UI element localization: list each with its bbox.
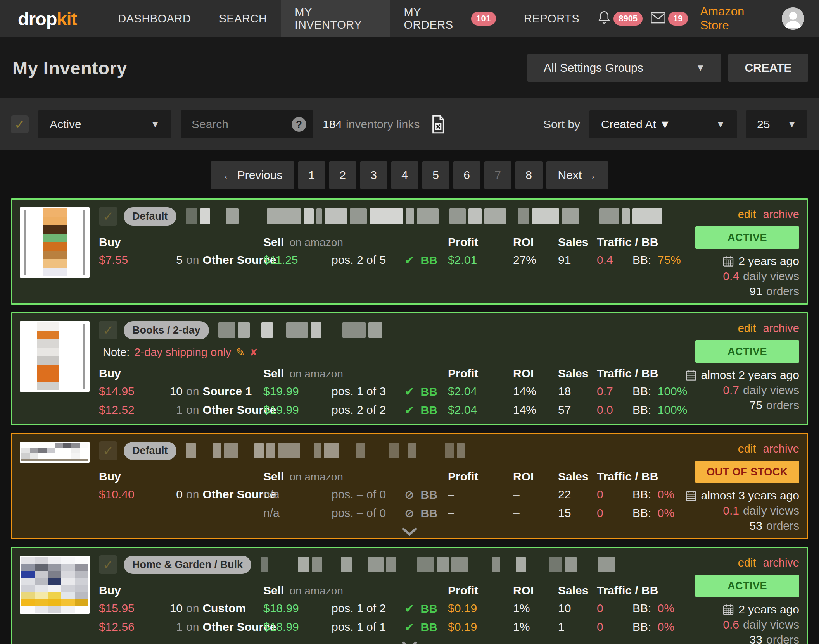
buybox-status: ✔ BB <box>404 620 448 634</box>
product-image[interactable] <box>20 207 90 278</box>
messages-count-badge: 19 <box>668 12 688 26</box>
status-filter-dropdown[interactable]: Active ▼ <box>38 110 171 138</box>
edit-link[interactable]: edit <box>738 556 756 569</box>
card-column-headers: Buy Sellon amazon Profit ROI Sales Traff… <box>99 468 662 485</box>
buybox-percentage: BB: 0% <box>632 506 674 520</box>
page-button[interactable]: 6 <box>453 161 480 189</box>
traffic-bb-column-header: Traffic / BB <box>597 236 662 249</box>
sales-value: 57 <box>558 403 597 417</box>
buybox-percentage: BB: 0% <box>632 620 674 634</box>
page-button[interactable]: 4 <box>391 161 418 189</box>
on-label: on <box>186 488 199 501</box>
inventory-count-value: 184 <box>323 118 342 131</box>
sort-by-label: Sort by <box>543 118 580 131</box>
app-logo[interactable]: dropkit <box>18 8 77 29</box>
buy-price: $12.52 <box>99 403 166 417</box>
page-size-dropdown[interactable]: 25 ▼ <box>746 110 807 138</box>
card-checkbox[interactable]: ✓ <box>99 441 117 460</box>
orders-value: 91 <box>750 284 762 299</box>
cards-list: ✓ Default Buy Sellon amazon Profit ROI S… <box>11 198 808 644</box>
user-avatar[interactable] <box>782 7 804 30</box>
edit-link[interactable]: edit <box>738 322 756 335</box>
nav-item-my-orders[interactable]: MY ORDERS101 <box>390 0 510 37</box>
buybox-percentage: BB: 0% <box>632 602 674 615</box>
page-button[interactable]: 5 <box>422 161 449 189</box>
card-checkbox[interactable]: ✓ <box>99 207 117 226</box>
buybox-status-icon: ⊘ <box>404 507 414 520</box>
nav-item-reports[interactable]: REPORTS <box>510 0 593 37</box>
orders-count-badge: 101 <box>471 12 496 26</box>
buy-column-header: Buy <box>99 584 263 597</box>
messages-button[interactable]: 19 <box>650 11 688 26</box>
traffic-value: 0.4 <box>597 253 632 267</box>
source-name: Custom <box>202 602 246 615</box>
settings-groups-dropdown[interactable]: All Settings Groups ▼ <box>527 54 721 82</box>
quantity-value: 10 <box>166 602 183 615</box>
help-icon[interactable]: ? <box>292 117 306 132</box>
product-title-blocks <box>218 322 662 338</box>
archive-link[interactable]: archive <box>763 322 800 335</box>
page-button[interactable]: 2 <box>329 161 356 189</box>
buybox-status: ✔ BB <box>404 385 448 398</box>
page-button[interactable]: 1 <box>298 161 325 189</box>
next-page-button[interactable]: Next → <box>546 161 608 189</box>
buy-price: $10.40 <box>99 488 166 501</box>
edit-link[interactable]: edit <box>738 443 756 455</box>
edit-note-icon[interactable]: ✎ <box>236 346 245 359</box>
page-size-value: 25 <box>757 118 770 131</box>
card-checkbox[interactable]: ✓ <box>99 555 117 574</box>
buybox-label: BB <box>420 385 437 398</box>
buybox-status-icon: ✔ <box>404 385 414 398</box>
page-button[interactable]: 3 <box>360 161 387 189</box>
select-all-checkbox[interactable]: ✓ <box>11 115 29 133</box>
nav-item-dashboard[interactable]: DASHBOARD <box>104 0 205 37</box>
edit-link[interactable]: edit <box>738 208 756 221</box>
search-input[interactable] <box>191 117 292 131</box>
bell-icon <box>597 10 611 27</box>
sort-dropdown[interactable]: Created At ▼ ▼ <box>589 110 737 138</box>
excel-export-icon[interactable] <box>430 115 446 134</box>
product-image[interactable] <box>20 321 90 392</box>
status-badge: OUT OF STOCK <box>695 461 799 483</box>
archive-link[interactable]: archive <box>763 208 800 221</box>
note-label: Note: <box>103 346 130 359</box>
expand-chevron-icon[interactable] <box>401 641 418 644</box>
roi-value: 14% <box>513 403 558 417</box>
archive-link[interactable]: archive <box>763 556 800 569</box>
on-amazon-label: on amazon <box>289 585 343 597</box>
product-title-blocks <box>261 557 662 572</box>
buy-price: $15.95 <box>99 602 166 615</box>
profit-value: – <box>448 488 513 501</box>
nav-item-my-inventory[interactable]: MY INVENTORY <box>281 0 390 37</box>
card-checkbox[interactable]: ✓ <box>99 321 117 339</box>
product-image[interactable] <box>20 442 90 463</box>
amazon-store-link[interactable]: Amazon Store <box>700 5 771 33</box>
buybox-status: ✔ BB <box>404 602 448 615</box>
page-button: 7 <box>484 161 511 189</box>
sell-price: n/a <box>263 488 332 501</box>
settings-group-badge: Default <box>124 442 176 460</box>
previous-page-button[interactable]: ← Previous <box>211 161 294 189</box>
notifications-button[interactable]: 8905 <box>597 10 643 27</box>
on-label: on <box>186 253 199 267</box>
orders-label: orders <box>766 284 799 299</box>
quantity-value: 1 <box>166 620 183 634</box>
position-value: pos. 1 of 1 <box>332 620 404 634</box>
on-amazon-label: on amazon <box>289 368 343 380</box>
listing-age: almost 2 years ago <box>701 367 799 382</box>
product-image[interactable] <box>20 556 90 614</box>
sell-price: n/a <box>263 506 332 520</box>
page-button[interactable]: 8 <box>515 161 543 189</box>
buy-column-header: Buy <box>99 470 263 483</box>
delete-note-icon[interactable]: ✘ <box>250 347 258 358</box>
expand-chevron-icon[interactable] <box>401 527 418 536</box>
status-filter-value: Active <box>50 118 81 131</box>
position-value: pos. 1 of 3 <box>332 385 404 398</box>
create-button[interactable]: CREATE <box>728 54 808 82</box>
pagination: ← Previous 12345678 Next → <box>0 161 819 189</box>
calendar-icon <box>685 369 697 381</box>
daily-views-label: daily views <box>743 382 799 398</box>
nav-item-search[interactable]: SEARCH <box>205 0 281 37</box>
position-value: pos. 2 of 2 <box>332 403 404 417</box>
archive-link[interactable]: archive <box>763 443 800 455</box>
